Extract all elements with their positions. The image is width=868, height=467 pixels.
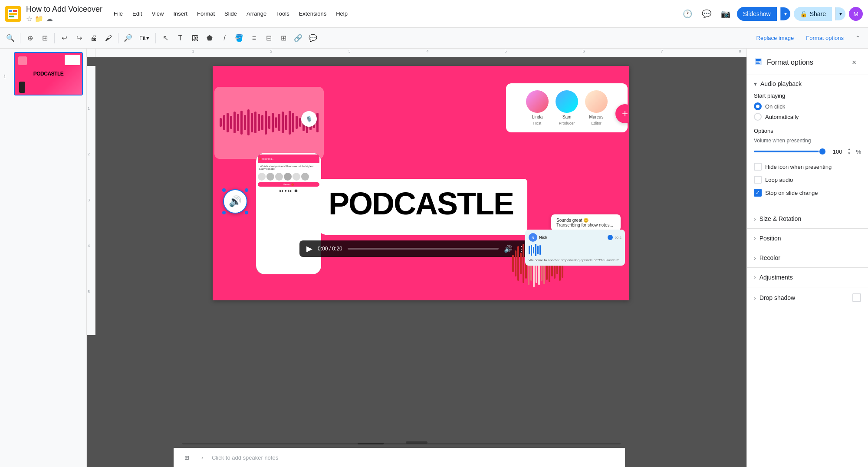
speaker-notes[interactable]: Click to add speaker notes [212, 454, 278, 461]
thumb-bg: PODCASTLE [15, 53, 82, 95]
size-rotation-chevron: › [754, 215, 756, 222]
drop-shadow-checkbox[interactable] [852, 293, 861, 302]
hide-icon-label: Hide icon when presenting [765, 164, 832, 170]
shape-tool[interactable]: ⬟ [203, 31, 217, 45]
drop-shadow-section[interactable]: › Drop shadow [747, 287, 868, 308]
image-tool[interactable]: 🖼 [188, 31, 202, 45]
menu-tools[interactable]: Tools [272, 8, 293, 20]
share-dropdown[interactable]: ▾ [835, 7, 845, 20]
line-tool[interactable]: / [217, 31, 231, 45]
size-rotation-section[interactable]: › Size & Rotation [747, 209, 868, 228]
menu-help[interactable]: Help [332, 8, 352, 20]
play-button[interactable]: ▶ [306, 244, 312, 253]
member-role-0: Host [533, 121, 542, 125]
on-click-option[interactable]: On click [754, 102, 861, 110]
hide-icon-checkbox[interactable] [754, 163, 762, 171]
format-options-button[interactable]: Format options [801, 32, 849, 44]
slide-panel-collapse[interactable]: ‹ [196, 452, 208, 464]
volume-slider[interactable] [754, 151, 825, 152]
chat-overlay: N Nick 00:2 Welc [525, 230, 625, 266]
history-icon[interactable]: 🕐 [680, 6, 695, 22]
collapse-toolbar-button[interactable]: ⌃ [851, 31, 865, 45]
cloud-icon[interactable]: ☁ [46, 15, 53, 23]
menu-view[interactable]: View [147, 8, 168, 20]
on-click-radio[interactable] [754, 102, 762, 110]
horizontal-ruler: 1 2 3 4 5 6 7 8 [95, 49, 746, 57]
text-tool[interactable]: T [173, 31, 187, 45]
search-button[interactable]: 🔍 [3, 31, 17, 45]
start-playing-options: On click Automatically [754, 102, 861, 121]
slide-thumbnail[interactable]: PODCASTLE [14, 52, 83, 95]
team-member-1: Sam Producer [556, 90, 578, 125]
slide-canvas[interactable]: 🎙️ [213, 66, 629, 300]
zoom-button[interactable]: 🔎 [121, 31, 135, 45]
progress-bar[interactable] [348, 248, 499, 250]
slide-number: 1 [3, 74, 6, 79]
avatar[interactable]: M [849, 7, 863, 21]
toolbar: 🔍 ⊕ ⊞ ↩ ↪ 🖨 🖌 🔎 Fit ▾ ↖ T 🖼 ⬟ / 🪣 ≡ ⊟ ⊞ … [0, 28, 868, 49]
adjustments-section[interactable]: › Adjustments [747, 267, 868, 287]
recolor-section[interactable]: › Recolor [747, 248, 868, 267]
automatically-radio[interactable] [754, 113, 762, 121]
paint-format-button[interactable]: 🖌 [102, 31, 115, 45]
comment-icon[interactable]: 💬 [699, 6, 714, 22]
share-button[interactable]: 🔒 Share [794, 7, 832, 21]
audio-waveform-box[interactable]: 🎙️ [214, 87, 324, 159]
doc-title[interactable]: How to Add Voiceover [26, 5, 102, 14]
slides-view-button[interactable]: ⊞ [38, 31, 52, 45]
team-member-0: Linda Host [526, 90, 549, 125]
menu-format[interactable]: Format [193, 8, 219, 20]
audio-playback-header[interactable]: ▾ Audio playback [747, 75, 868, 92]
comment-tool[interactable]: 💬 [306, 31, 320, 45]
audio-player[interactable]: ▶ 0:00 / 0:20 🔊 ⋮ ↗ [299, 240, 542, 257]
menu-extensions[interactable]: Extensions [295, 8, 331, 20]
slideshow-dropdown[interactable]: ▾ [780, 7, 790, 20]
volume-up-button[interactable]: ▲ [845, 147, 852, 151]
paint-bucket[interactable]: 🪣 [232, 31, 246, 45]
camera-icon[interactable]: 📷 [718, 6, 733, 22]
menu-insert[interactable]: Insert [169, 8, 192, 20]
menu-edit[interactable]: Edit [128, 8, 146, 20]
loop-audio-checkbox[interactable] [754, 176, 762, 184]
panel-close-button[interactable]: × [847, 56, 861, 69]
position-section[interactable]: › Position [747, 228, 868, 248]
zoom-in-button[interactable]: ⊕ [23, 31, 37, 45]
stop-on-slide-checkbox[interactable]: ✓ [754, 189, 762, 197]
app-icon [5, 6, 21, 22]
grid-view-button[interactable]: ⊞ [181, 452, 193, 464]
redo-button[interactable]: ↪ [72, 31, 86, 45]
menu-bar: File Edit View Insert Format Slide Arran… [109, 8, 352, 20]
automatically-option[interactable]: Automatically [754, 113, 861, 121]
volume-down-button[interactable]: ▼ [845, 151, 852, 156]
menu-file[interactable]: File [109, 8, 127, 20]
placeholder-tool[interactable]: ⊞ [276, 31, 290, 45]
cursor-tool[interactable]: ↖ [158, 31, 172, 45]
volume-icon[interactable]: 🔊 [504, 245, 513, 253]
replace-image-button[interactable]: Replace image [751, 32, 799, 44]
transcript-bubble: Sounds great 😊 Transcribing for show not… [551, 214, 621, 231]
separator-3 [118, 33, 118, 43]
star-icon[interactable]: ☆ [26, 15, 32, 23]
undo-button[interactable]: ↩ [57, 31, 71, 45]
vertical-ruler: 1 2 3 4 5 [87, 66, 95, 335]
print-button[interactable]: 🖨 [87, 31, 101, 45]
audio-playback-content: Start playing On click Automatically Opt… [747, 92, 868, 209]
stop-on-slide-option[interactable]: ✓ Stop on slide change [754, 189, 861, 197]
horizontal-scrollbar[interactable] [182, 442, 621, 445]
thumb-team [65, 55, 80, 65]
menu-slide[interactable]: Slide [220, 8, 241, 20]
volume-value: 100 [829, 148, 842, 155]
volume-stepper: ▲ ▼ [845, 147, 852, 156]
slideshow-button[interactable]: Slideshow [737, 7, 777, 21]
menu-arrange[interactable]: Arrange [242, 8, 271, 20]
separator-4 [155, 33, 156, 43]
zoom-select[interactable]: Fit ▾ [136, 33, 153, 43]
align-left[interactable]: ≡ [247, 31, 261, 45]
folder-icon[interactable]: 📁 [35, 15, 43, 23]
hide-icon-option[interactable]: Hide icon when presenting [754, 163, 861, 171]
thumb-mic [18, 56, 27, 65]
align-options[interactable]: ⊟ [262, 31, 276, 45]
loop-audio-option[interactable]: Loop audio [754, 176, 861, 184]
link-tool[interactable]: 🔗 [291, 31, 305, 45]
team-members: Linda Host Sam Producer Marcus [513, 90, 621, 125]
